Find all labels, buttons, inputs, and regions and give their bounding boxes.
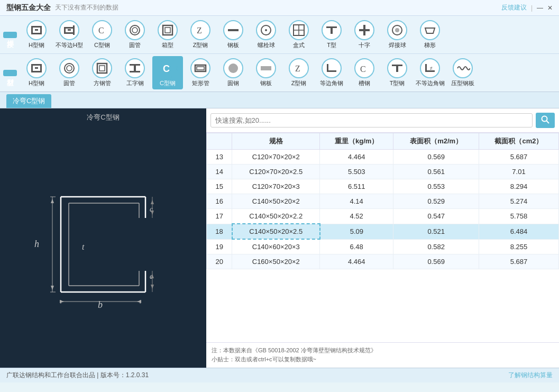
bolt-ball-icon bbox=[256, 20, 276, 40]
cell-num: 19 bbox=[207, 239, 232, 254]
tool-box-w-label: 箱型 bbox=[162, 41, 173, 49]
tool-bolt-ball[interactable]: 螺栓球 bbox=[251, 18, 281, 51]
tool-h-beam-m[interactable]: H型钢 bbox=[21, 56, 52, 89]
svg-text:h: h bbox=[34, 239, 39, 249]
diagram-panel: 冷弯C型钢 bbox=[0, 108, 206, 368]
cell-spec: C120×70×20×3 bbox=[232, 179, 320, 194]
search-input[interactable] bbox=[210, 113, 533, 127]
note-line2: 小贴士：双击或者ctrl+c可以复制数据哦~ bbox=[212, 355, 554, 364]
cell-spec: C140×50×20×2.5 bbox=[232, 224, 320, 239]
tool-i-beam[interactable]: 工字钢 bbox=[120, 56, 150, 89]
svg-text:C: C bbox=[360, 65, 366, 74]
tool-h-beam-m-label: H型钢 bbox=[29, 79, 44, 87]
table-row[interactable]: 18 C140×50×20×2.5 5.09 0.521 6.484 bbox=[207, 224, 559, 239]
svg-text:Z: Z bbox=[295, 64, 300, 73]
tool-z-steel-w-label: Z型钢 bbox=[193, 41, 208, 49]
trapezoid-icon bbox=[420, 20, 440, 40]
z-steel-w-icon: Z bbox=[190, 20, 210, 40]
search-bar bbox=[206, 108, 559, 133]
tool-round-pipe-w-label: 圆管 bbox=[129, 41, 141, 49]
tool-channel[interactable]: C 槽钢 bbox=[349, 56, 380, 89]
svg-rect-45 bbox=[261, 66, 271, 70]
tool-equal-angle[interactable]: 等边角钢 bbox=[316, 56, 347, 89]
cell-num: 16 bbox=[207, 194, 232, 209]
diagram-title: 冷弯C型钢 bbox=[87, 113, 119, 122]
status-right[interactable]: 了解钢结构算量 bbox=[508, 371, 553, 380]
tool-round-pipe[interactable]: 圆管 bbox=[54, 56, 85, 89]
svg-rect-1 bbox=[35, 29, 38, 31]
svg-rect-8 bbox=[64, 27, 75, 29]
svg-rect-6 bbox=[68, 29, 71, 31]
tool-c-steel-w[interactable]: C C型钢 bbox=[87, 18, 117, 51]
cell-weight: 4.464 bbox=[320, 150, 393, 165]
minimize-btn[interactable]: — bbox=[537, 4, 543, 12]
tool-z-steel-w[interactable]: Z Z型钢 bbox=[185, 18, 216, 51]
c-steel-w-icon: C bbox=[92, 20, 112, 40]
tool-unequal-angle[interactable]: ≠ 不等边角钢 bbox=[415, 56, 445, 89]
status-bar: 广联达钢结构和工作台联合出品 | 版本号：1.2.0.31 了解钢结构算量 bbox=[0, 368, 559, 382]
svg-text:C: C bbox=[163, 63, 170, 74]
status-left: 广联达钢结构和工作台联合出品 | 版本号：1.2.0.31 bbox=[6, 371, 149, 380]
tool-steel-plate[interactable]: 钢板 bbox=[251, 56, 281, 89]
tool-t-type[interactable]: T型 bbox=[316, 18, 347, 51]
svg-marker-69 bbox=[51, 199, 54, 203]
cell-num: 13 bbox=[207, 150, 232, 165]
col-num bbox=[207, 133, 232, 150]
search-button[interactable] bbox=[536, 113, 555, 128]
unequal-angle-icon: ≠ bbox=[420, 58, 440, 78]
tool-round-steel[interactable]: 圆钢 bbox=[218, 56, 249, 89]
weld-ball-icon bbox=[387, 20, 407, 40]
box-type-icon bbox=[289, 20, 309, 40]
col-surface: 表面积（m2/m） bbox=[393, 133, 479, 150]
table-row[interactable]: 13 C120×70×20×2 4.464 0.569 5.687 bbox=[207, 150, 559, 165]
tool-h-beam[interactable]: H型钢 bbox=[21, 18, 52, 51]
table-row[interactable]: 15 C120×70×20×3 6.511 0.553 8.294 bbox=[207, 179, 559, 194]
app-subtitle: 天下没有查不到的数据 bbox=[55, 3, 118, 12]
tool-t-steel[interactable]: T型钢 bbox=[382, 56, 413, 89]
svg-point-18 bbox=[265, 29, 267, 31]
table-row[interactable]: 14 C120×70×20×2.5 5.503 0.561 7.01 bbox=[207, 165, 559, 179]
cell-num: 18 bbox=[207, 224, 232, 239]
table-header-row: 规格 重里（kg/m） 表面积（m2/m） 截面积（cm2） bbox=[207, 133, 559, 150]
table-scroll[interactable]: 规格 重里（kg/m） 表面积（m2/m） 截面积（cm2） 13 C120×7… bbox=[206, 133, 559, 342]
feedback-link[interactable]: 反馈建议 bbox=[501, 3, 527, 12]
cell-section: 5.687 bbox=[479, 150, 558, 165]
cell-surface: 0.582 bbox=[393, 239, 479, 254]
tool-rect-pipe[interactable]: 矩形管 bbox=[185, 56, 216, 89]
svg-text:≠: ≠ bbox=[430, 66, 433, 71]
welding-section-label[interactable]: 焊接 bbox=[3, 32, 17, 38]
tool-c-steel[interactable]: C C型钢 bbox=[152, 56, 183, 89]
tool-z-steel[interactable]: Z Z型钢 bbox=[283, 56, 314, 89]
cell-surface: 0.547 bbox=[393, 209, 479, 224]
tool-unequal-h[interactable]: 不等边H型 bbox=[54, 18, 85, 51]
tool-round-pipe-w[interactable]: 圆管 bbox=[120, 18, 150, 51]
tool-trapezoid-label: 梯形 bbox=[424, 41, 436, 49]
table-row[interactable]: 17 C140×50×20×2.2 4.52 0.547 5.758 bbox=[207, 209, 559, 224]
tool-box-type[interactable]: 盒式 bbox=[283, 18, 314, 51]
tool-box-w[interactable]: 箱型 bbox=[152, 18, 183, 51]
tool-t-steel-label: T型钢 bbox=[390, 79, 405, 87]
tool-weld-ball[interactable]: 焊接球 bbox=[382, 18, 413, 51]
svg-rect-16 bbox=[228, 29, 239, 31]
tool-trapezoid[interactable]: 梯形 bbox=[415, 18, 445, 51]
cell-surface: 0.569 bbox=[393, 254, 479, 269]
material-section-label[interactable]: 型材 bbox=[3, 70, 17, 76]
tool-corrugated[interactable]: 压型钢板 bbox=[447, 56, 478, 89]
table-row[interactable]: 16 C140×50×20×2 4.14 0.529 5.274 bbox=[207, 194, 559, 209]
svg-rect-25 bbox=[359, 29, 370, 31]
close-btn[interactable]: ✕ bbox=[547, 4, 553, 12]
tool-square-pipe[interactable]: 方钢管 bbox=[87, 56, 117, 89]
table-row[interactable]: 20 C160×50×20×2 4.464 0.569 5.687 bbox=[207, 254, 559, 269]
cell-num: 20 bbox=[207, 254, 232, 269]
tool-c-steel-label: C型钢 bbox=[160, 79, 176, 87]
tool-plate-w[interactable]: 钢板 bbox=[218, 18, 249, 51]
tool-corrugated-label: 压型钢板 bbox=[451, 79, 474, 87]
cell-num: 15 bbox=[207, 179, 232, 194]
tool-cross[interactable]: 十字 bbox=[349, 18, 380, 51]
svg-rect-40 bbox=[134, 66, 136, 71]
svg-text:C: C bbox=[98, 26, 104, 35]
tool-bolt-ball-label: 螺栓球 bbox=[258, 41, 275, 49]
tool-round-steel-label: 圆钢 bbox=[227, 79, 239, 87]
cell-weight: 6.511 bbox=[320, 179, 393, 194]
table-row[interactable]: 19 C140×60×20×3 6.48 0.582 8.255 bbox=[207, 239, 559, 254]
